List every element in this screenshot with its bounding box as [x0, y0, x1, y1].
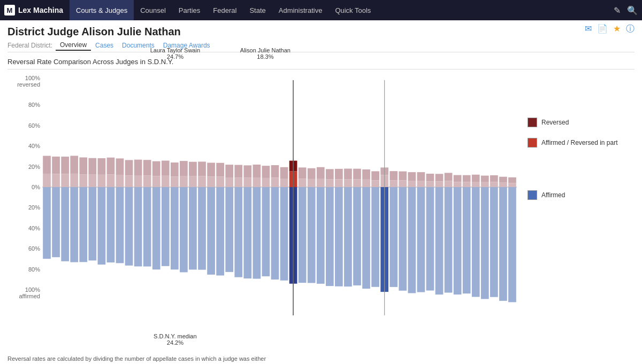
nav-administrative[interactable]: Administrative — [272, 0, 329, 20]
svg-rect-135 — [445, 187, 453, 292]
svg-rect-70 — [253, 165, 261, 177]
svg-rect-141 — [463, 187, 471, 293]
tab-cases[interactable]: Cases — [91, 41, 118, 50]
svg-rect-106 — [362, 169, 370, 180]
search-icon[interactable]: 🔍 — [627, 5, 638, 16]
svg-rect-140 — [463, 182, 471, 187]
tab-overview[interactable]: Overview — [56, 40, 91, 51]
header-actions: ✉ 📄 ★ ⓘ — [585, 24, 635, 35]
annotation-median: S.D.N.Y. median 24.2% — [154, 333, 197, 346]
info-icon[interactable]: ⓘ — [626, 24, 635, 35]
y-label-100rev: 100% reversed — [7, 75, 40, 88]
svg-rect-104 — [353, 179, 361, 187]
svg-rect-86 — [299, 179, 307, 187]
svg-rect-129 — [426, 187, 434, 291]
y-label-60bot: 60% — [7, 245, 40, 252]
svg-rect-10 — [70, 156, 78, 173]
y-label-100aff: 100% affirmed — [7, 286, 40, 299]
svg-rect-149 — [490, 182, 498, 187]
svg-rect-80 — [280, 179, 288, 187]
nav-counsel[interactable]: Counsel — [134, 0, 172, 20]
svg-rect-69 — [243, 187, 251, 278]
svg-rect-130 — [435, 174, 444, 181]
annotation-swain-name: Laura Taylor Swain — [150, 47, 200, 53]
svg-rect-37 — [152, 161, 160, 176]
svg-rect-62 — [225, 177, 233, 187]
svg-rect-77 — [271, 177, 279, 187]
svg-rect-101 — [344, 179, 352, 187]
annotation-nathan: Alison Julie Nathan 18.3% — [240, 47, 291, 60]
svg-rect-6 — [52, 187, 60, 257]
legend-label-affirmed: Affirmed — [541, 191, 565, 199]
svg-rect-100 — [344, 168, 352, 179]
y-label-20bot: 20% — [7, 204, 40, 211]
svg-rect-23 — [107, 174, 115, 187]
svg-rect-48 — [180, 187, 188, 272]
y-axis: 100% reversed 80% 60% 40% 20% 0% 20% 40%… — [7, 75, 42, 299]
star-icon[interactable]: ★ — [613, 24, 621, 35]
svg-rect-59 — [216, 177, 224, 187]
svg-rect-35 — [143, 175, 151, 187]
legend-affirmed-reversed-part: Affirmed / Reversed in part — [528, 138, 635, 148]
svg-rect-46 — [180, 161, 188, 176]
svg-rect-61 — [225, 165, 233, 177]
nav-federal[interactable]: Federal — [207, 0, 243, 20]
svg-rect-94 — [326, 169, 334, 179]
svg-rect-92 — [317, 179, 325, 187]
svg-rect-52 — [198, 161, 206, 176]
svg-rect-110 — [371, 180, 379, 187]
svg-rect-123 — [408, 187, 416, 293]
footer-note: Reversal rates are calculated by dividin… — [7, 354, 286, 364]
svg-rect-74 — [262, 178, 270, 187]
svg-rect-117 — [389, 187, 398, 287]
annotation-nathan-name: Alison Julie Nathan — [240, 47, 291, 53]
svg-rect-29 — [125, 175, 133, 187]
nav-quick-tools[interactable]: Quick Tools — [328, 0, 377, 20]
svg-rect-33 — [134, 187, 142, 266]
nav-parties[interactable]: Parties — [172, 0, 207, 20]
sub-nav: Federal District: Overview Cases Documen… — [7, 40, 635, 52]
svg-rect-15 — [79, 187, 87, 262]
svg-rect-102 — [344, 187, 352, 286]
svg-rect-111 — [371, 187, 379, 287]
email-icon[interactable]: ✉ — [585, 24, 592, 35]
svg-rect-85 — [299, 167, 307, 179]
svg-rect-127 — [426, 174, 434, 181]
svg-rect-90 — [308, 187, 316, 283]
svg-rect-126 — [417, 187, 425, 292]
svg-rect-76 — [271, 165, 279, 177]
bars-area: Laura Taylor Swain 24.7% Alison Julie Na… — [42, 75, 517, 322]
nav-state[interactable]: State — [243, 0, 272, 20]
svg-rect-108 — [362, 187, 370, 289]
svg-rect-73 — [262, 166, 270, 178]
svg-rect-93 — [317, 187, 325, 284]
svg-rect-28 — [125, 160, 133, 175]
annotation-nathan-pct: 18.3% — [240, 53, 291, 60]
svg-rect-56 — [207, 176, 215, 187]
logo[interactable]: M Lex Machina — [4, 5, 63, 16]
svg-rect-47 — [180, 176, 188, 187]
svg-rect-34 — [143, 160, 151, 175]
y-label-40: 40% — [7, 143, 40, 149]
svg-rect-145 — [481, 176, 489, 182]
svg-rect-51 — [189, 187, 197, 269]
svg-rect-68 — [243, 178, 251, 187]
svg-rect-2 — [43, 174, 51, 187]
svg-rect-43 — [171, 162, 179, 176]
svg-rect-71 — [253, 177, 261, 187]
logo-m: M — [4, 5, 15, 16]
y-label-20top: 20% — [7, 164, 40, 170]
svg-rect-136 — [454, 175, 462, 182]
nav-courts-judges[interactable]: Courts & Judges — [70, 0, 134, 20]
svg-rect-120 — [399, 187, 407, 291]
download-icon[interactable]: 📄 — [597, 24, 608, 35]
svg-rect-21 — [98, 187, 106, 265]
footer-text: Reversal rates are calculated by dividin… — [7, 355, 266, 364]
svg-rect-151 — [499, 177, 507, 183]
svg-rect-146 — [481, 182, 489, 187]
user-icon[interactable]: ✎ — [614, 5, 621, 16]
nav-right-icons: ✎ 🔍 — [614, 5, 638, 16]
svg-rect-131 — [435, 181, 444, 187]
svg-rect-156 — [508, 187, 516, 302]
svg-rect-67 — [243, 165, 251, 177]
